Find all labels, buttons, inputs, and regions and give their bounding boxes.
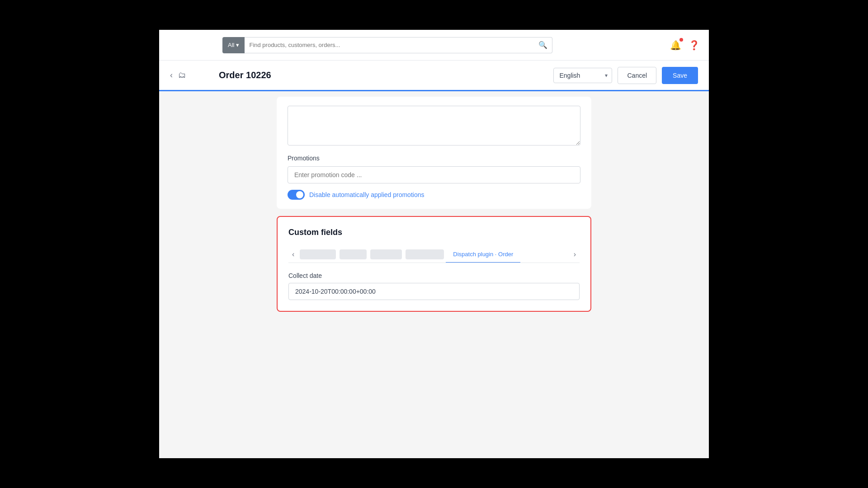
collect-date-field: Collect date	[288, 272, 580, 300]
promotions-card: Promotions Disable automatically applied…	[277, 97, 591, 209]
collect-date-input[interactable]	[288, 283, 580, 300]
header-right: English Cancel Save	[553, 67, 698, 84]
save-button[interactable]: Save	[662, 67, 698, 84]
tab-dispatch-plugin-order[interactable]: Dispatch plugin · Order	[446, 246, 520, 263]
filter-label: All	[228, 42, 234, 48]
promotion-code-input[interactable]	[288, 166, 580, 183]
filter-chevron-icon: ▾	[236, 42, 239, 48]
tabs-prev-button[interactable]: ‹	[288, 249, 298, 260]
toggle-row: Disable automatically applied promotions	[288, 190, 580, 200]
search-icon: 🔍	[538, 41, 547, 49]
search-area: All ▾ 🔍	[222, 37, 552, 53]
disable-promotions-toggle[interactable]	[288, 190, 305, 200]
tabs-next-button[interactable]: ›	[570, 249, 580, 260]
document-icon: 🗂	[178, 70, 186, 80]
tab-blurred-2[interactable]	[340, 249, 367, 259]
search-filter-button[interactable]: All ▾	[222, 37, 245, 53]
promotions-label: Promotions	[288, 155, 580, 162]
back-button[interactable]: ‹	[170, 70, 173, 80]
custom-fields-title: Custom fields	[288, 228, 580, 237]
top-bar-right: 🔔 ❓	[670, 40, 700, 51]
top-search-bar: All ▾ 🔍 🔔 ❓	[159, 30, 709, 61]
custom-fields-card: Custom fields ‹ Dispatch plugin · Order …	[277, 216, 591, 312]
notification-badge	[679, 38, 683, 42]
tab-blurred-1[interactable]	[300, 249, 336, 259]
tab-blurred-3[interactable]	[370, 249, 402, 259]
notification-bell-icon[interactable]: 🔔	[670, 40, 681, 51]
tab-blurred-4[interactable]	[406, 249, 444, 259]
search-input[interactable]	[249, 42, 538, 48]
page-title: Order 10226	[219, 70, 271, 80]
header-bar: ‹ 🗂 Order 10226 English Cancel Save	[159, 61, 709, 91]
search-input-wrap: 🔍	[245, 37, 552, 53]
notes-textarea[interactable]	[288, 106, 580, 145]
toggle-label: Disable automatically applied promotions	[309, 191, 424, 198]
tabs-navigation: ‹ Dispatch plugin · Order ›	[288, 246, 580, 263]
content-area: Promotions Disable automatically applied…	[159, 91, 709, 458]
cancel-button[interactable]: Cancel	[618, 67, 656, 84]
header-left: ‹ 🗂 Order 10226	[170, 70, 271, 80]
tabs-list: Dispatch plugin · Order	[298, 246, 570, 263]
collect-date-label: Collect date	[288, 272, 580, 279]
language-select[interactable]: English	[553, 68, 612, 83]
language-select-wrap: English	[553, 68, 612, 83]
help-icon[interactable]: ❓	[689, 40, 700, 51]
